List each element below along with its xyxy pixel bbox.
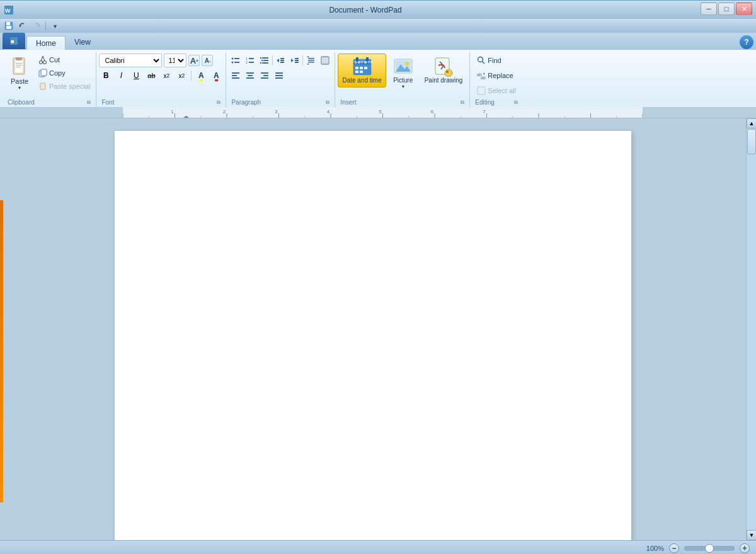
paint-drawing-button[interactable]: Paint drawing <box>420 54 467 88</box>
scroll-up-button[interactable]: ▲ <box>747 118 756 128</box>
svg-marker-36 <box>277 59 279 62</box>
line-spacing-button[interactable] <box>304 54 318 67</box>
increase-indent-button[interactable] <box>288 54 302 67</box>
font-expand-icon[interactable]: ⧉ <box>217 99 220 106</box>
svg-text:S M T W T F S: S M T W T F S <box>355 60 372 64</box>
justify-button[interactable] <box>272 69 286 82</box>
svg-rect-46 <box>308 58 314 59</box>
document-page[interactable] <box>115 131 631 540</box>
svg-rect-70 <box>355 67 358 69</box>
paste-special-button[interactable]: Paste special <box>35 80 93 93</box>
cut-button[interactable]: Cut <box>35 54 93 66</box>
cut-icon <box>38 55 47 64</box>
decrease-indent-button[interactable] <box>273 54 287 67</box>
tab-view[interactable]: View <box>66 35 100 49</box>
font-name-select[interactable]: Calibri <box>99 54 162 67</box>
replace-label: Replace <box>488 72 513 79</box>
strikethrough-button[interactable]: ab <box>144 69 158 82</box>
shrink-font-button[interactable]: A- <box>202 55 213 66</box>
app-icon: W <box>4 5 14 15</box>
svg-rect-10 <box>14 59 23 73</box>
font-color-button[interactable]: A <box>209 69 223 82</box>
svg-rect-13 <box>16 65 22 65</box>
help-button[interactable]: ? <box>740 35 753 49</box>
date-time-button[interactable]: S M T W T F S Date and time <box>338 54 386 88</box>
maximize-button[interactable]: □ <box>718 3 735 15</box>
scroll-thumb[interactable] <box>747 129 756 154</box>
document-area[interactable] <box>0 118 746 540</box>
svg-rect-71 <box>360 67 363 69</box>
clipboard-expand-icon[interactable]: ⧉ <box>87 99 91 106</box>
editing-group-content: Find ab ab Replace Select all <box>472 54 520 98</box>
redo-button[interactable] <box>30 20 43 31</box>
align-right-button[interactable] <box>258 69 272 82</box>
ruler-main[interactable]: 1 2 3 4 5 6 7 <box>123 107 643 118</box>
bold-button[interactable]: B <box>99 69 113 82</box>
svg-text:1: 1 <box>171 109 174 115</box>
svg-rect-31 <box>262 57 268 59</box>
main-content: ▲ ▼ <box>0 118 756 540</box>
svg-rect-61 <box>261 77 268 79</box>
svg-rect-64 <box>275 77 283 79</box>
shading-button[interactable] <box>318 54 332 67</box>
picture-button[interactable]: Picture ▾ <box>389 54 418 93</box>
numbered-list-button[interactable]: 1. 2. <box>243 54 257 67</box>
svg-line-17 <box>41 56 43 61</box>
svg-rect-41 <box>295 58 299 59</box>
align-center-button[interactable] <box>243 69 257 82</box>
accent-line <box>0 200 3 502</box>
italic-button[interactable]: I <box>114 69 128 82</box>
find-button[interactable]: Find <box>472 54 505 67</box>
application-menu-button[interactable]: ■ <box>3 33 25 49</box>
svg-rect-59 <box>261 72 268 74</box>
vertical-scrollbar[interactable]: ▲ ▼ <box>746 118 756 540</box>
tab-home[interactable]: Home <box>26 36 66 50</box>
bullets-button[interactable] <box>229 54 243 67</box>
font-size-select[interactable]: 11 <box>164 54 186 67</box>
grow-font-button[interactable]: A+ <box>188 55 200 66</box>
minimize-button[interactable]: ─ <box>701 3 717 15</box>
svg-text:3: 3 <box>275 109 278 115</box>
zoom-thumb[interactable] <box>705 544 714 553</box>
zoom-out-button[interactable]: − <box>669 543 679 553</box>
scroll-down-button[interactable]: ▼ <box>747 530 756 540</box>
svg-rect-14 <box>16 67 21 67</box>
svg-rect-11 <box>16 57 22 60</box>
save-button[interactable] <box>3 20 15 31</box>
replace-icon: ab ab <box>477 71 486 80</box>
highlight-color-button[interactable]: A <box>194 69 208 82</box>
svg-text:7: 7 <box>483 109 486 115</box>
align-left-button[interactable] <box>229 69 243 82</box>
para-separator1 <box>272 55 273 65</box>
undo-button[interactable] <box>16 20 29 31</box>
editing-expand-icon[interactable]: ⧉ <box>514 99 518 106</box>
paragraph-expand-icon[interactable]: ⧉ <box>326 99 329 106</box>
svg-text:ab: ab <box>481 76 486 80</box>
ribbon-tabs: ■ Home View ? <box>0 33 756 49</box>
superscript-button[interactable]: x2 <box>175 69 188 82</box>
font-group-content: Calibri 11 A+ A- B I U ab x2 x2 A <box>99 54 223 98</box>
replace-button[interactable]: ab ab Replace <box>472 69 517 82</box>
para-separator2 <box>302 55 303 65</box>
customize-qa-button[interactable]: ▾ <box>49 20 61 31</box>
multilevel-list-button[interactable] <box>258 54 272 67</box>
close-button[interactable]: ✕ <box>736 3 752 15</box>
copy-button[interactable]: Copy <box>35 67 93 79</box>
paint-icon <box>433 57 454 77</box>
paste-button[interactable]: Paste ▾ <box>5 54 34 94</box>
select-all-button[interactable]: Select all <box>472 84 520 98</box>
ruler-right-margin <box>643 107 756 118</box>
svg-text:■: ■ <box>11 38 14 45</box>
zoom-slider[interactable] <box>684 546 735 551</box>
underline-button[interactable]: U <box>129 69 143 82</box>
svg-point-22 <box>232 58 234 60</box>
svg-rect-12 <box>16 63 22 64</box>
insert-expand-icon[interactable]: ⧉ <box>461 99 464 106</box>
date-time-icon: S M T W T F S <box>352 57 372 77</box>
scroll-track[interactable] <box>747 128 756 530</box>
zoom-in-button[interactable]: + <box>740 543 750 553</box>
svg-text:5: 5 <box>379 109 382 115</box>
svg-point-34 <box>260 62 261 64</box>
svg-rect-56 <box>246 72 254 74</box>
subscript-button[interactable]: x2 <box>159 69 173 82</box>
